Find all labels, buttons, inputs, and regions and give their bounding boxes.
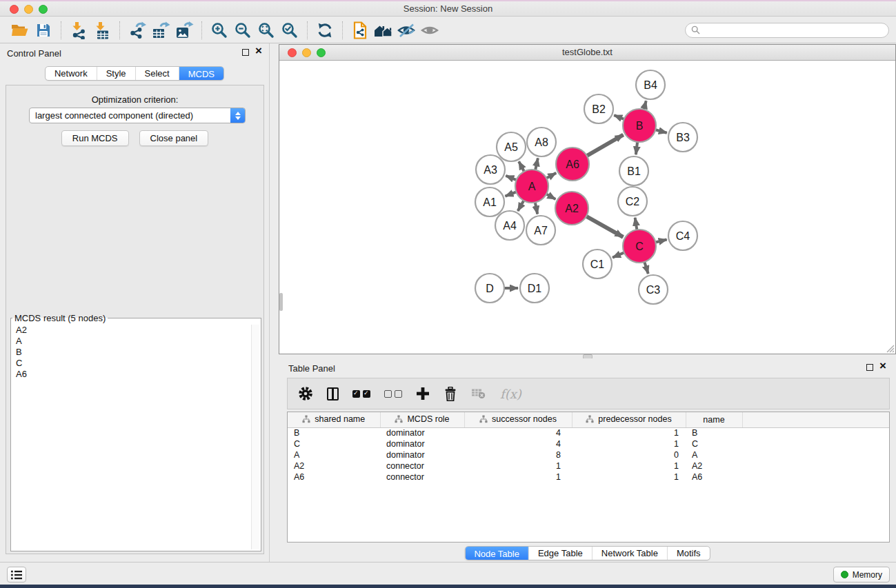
tab-select[interactable]: Select [135, 67, 179, 80]
tab-motifs[interactable]: Motifs [667, 547, 710, 560]
graph-node-A7[interactable]: A7 [526, 216, 555, 245]
zoom-in-button[interactable] [208, 19, 231, 41]
tab-network-table[interactable]: Network Table [592, 547, 667, 560]
graph-node-A6[interactable]: A6 [556, 148, 589, 181]
graph-edge[interactable] [546, 173, 556, 179]
table-cell[interactable]: 4 [464, 427, 572, 438]
float-panel-icon[interactable] [242, 49, 249, 56]
table-cell[interactable]: 1 [572, 438, 686, 449]
canvas-vertical-scrollbar[interactable] [279, 293, 283, 311]
graph-node-C3[interactable]: C3 [639, 275, 668, 304]
mcds-result-item[interactable]: A6 [12, 369, 250, 380]
graph-node-D1[interactable]: D1 [520, 274, 549, 303]
mcds-result-item[interactable]: A [12, 336, 250, 347]
table-cell[interactable]: 1 [464, 460, 572, 472]
graph-edge[interactable] [587, 134, 624, 156]
graph-node-B3[interactable]: B3 [668, 123, 697, 152]
network-close-button[interactable] [288, 48, 297, 57]
table-cell[interactable]: dominator [380, 438, 464, 449]
close-window-button[interactable] [10, 5, 19, 14]
tab-node-table[interactable]: Node Table [465, 546, 528, 560]
graph-edge[interactable] [518, 201, 524, 211]
graph-node-A[interactable]: A [515, 170, 548, 203]
graph-node-D[interactable]: D [475, 274, 504, 303]
table-cell[interactable]: A6 [686, 472, 742, 483]
graph-edge[interactable] [613, 252, 624, 257]
delete-table-button[interactable] [471, 388, 486, 399]
graph-edge[interactable] [519, 161, 524, 172]
table-row[interactable]: A2connector11A2 [288, 460, 889, 472]
import-network-button[interactable] [67, 19, 90, 41]
hide-selected-button[interactable] [395, 19, 419, 41]
graph-node-B4[interactable]: B4 [636, 70, 665, 99]
column-header-predecessor-nodes[interactable]: predecessor nodes [572, 412, 686, 427]
zoom-out-button[interactable] [231, 19, 255, 41]
resize-grip-icon[interactable] [885, 343, 895, 353]
export-table-button[interactable] [149, 19, 172, 41]
table-cell[interactable]: B [288, 427, 380, 438]
search-input[interactable] [704, 26, 883, 35]
graph-node-C1[interactable]: C1 [583, 250, 612, 278]
graph-node-C4[interactable]: C4 [668, 221, 697, 250]
search-box[interactable] [685, 23, 889, 38]
graph-edge[interactable] [535, 158, 538, 170]
graph-node-C2[interactable]: C2 [618, 187, 647, 216]
graph-edge[interactable] [586, 216, 624, 237]
graph-edge[interactable] [644, 101, 646, 110]
graph-edge[interactable] [655, 130, 667, 132]
graph-edge[interactable] [535, 203, 537, 214]
float-table-panel-icon[interactable] [866, 364, 873, 371]
show-columns-button[interactable] [327, 387, 339, 401]
table-cell[interactable]: A6 [288, 472, 380, 483]
optimization-criterion-select[interactable]: largest connected component (directed) [29, 108, 246, 123]
table-cell[interactable]: C [686, 438, 742, 449]
new-network-button[interactable] [348, 19, 372, 41]
graph-node-A1[interactable]: A1 [475, 187, 504, 216]
select-all-button[interactable] [352, 390, 370, 398]
delete-column-button[interactable] [444, 387, 457, 401]
deselect-all-button[interactable] [384, 390, 402, 398]
table-cell[interactable]: A2 [288, 460, 380, 472]
graph-edge[interactable] [644, 262, 648, 274]
zoom-selected-button[interactable] [278, 19, 301, 41]
network-minimize-button[interactable] [302, 48, 311, 57]
graph-node-A8[interactable]: A8 [527, 128, 556, 156]
table-row[interactable]: A6connector11A6 [288, 472, 889, 483]
graph-edge[interactable] [505, 192, 516, 196]
network-zoom-button[interactable] [317, 48, 326, 57]
graph-edge[interactable] [506, 176, 516, 180]
table-cell[interactable]: 0 [572, 449, 686, 460]
table-cell[interactable]: 1 [464, 472, 572, 483]
network-canvas[interactable]: AA1A2A3A4A5A6A7A8BB1B2B3B4CC1C2C3C4DD1 [279, 61, 895, 354]
close-table-panel-icon[interactable] [879, 363, 888, 372]
tab-style[interactable]: Style [97, 67, 135, 80]
result-scrollbar[interactable] [251, 325, 259, 549]
table-cell[interactable]: 1 [572, 460, 686, 472]
function-builder-button[interactable]: f(x) [500, 387, 521, 401]
graph-node-C[interactable]: C [623, 230, 656, 263]
network-graph[interactable]: AA1A2A3A4A5A6A7A8BB1B2B3B4CC1C2C3C4DD1 [279, 61, 895, 354]
open-session-button[interactable] [8, 19, 32, 41]
table-settings-button[interactable] [298, 386, 313, 401]
table-cell[interactable]: 1 [572, 472, 686, 483]
mcds-result-item[interactable]: A2 [12, 325, 250, 336]
table-cell[interactable]: dominator [380, 427, 464, 438]
add-column-button[interactable] [416, 387, 430, 401]
tab-edge-table[interactable]: Edge Table [528, 547, 592, 560]
table-cell[interactable]: 1 [572, 427, 686, 438]
table-cell[interactable]: dominator [380, 449, 464, 460]
table-cell[interactable]: B [686, 427, 742, 438]
graph-node-A2[interactable]: A2 [555, 192, 588, 225]
export-network-button[interactable] [126, 19, 149, 41]
graph-edge[interactable] [546, 194, 555, 199]
table-row[interactable]: Adominator80A [288, 449, 889, 460]
tab-network[interactable]: Network [46, 67, 97, 80]
import-table-button[interactable] [90, 19, 114, 41]
export-image-button[interactable] [172, 19, 196, 41]
zoom-fit-button[interactable] [255, 19, 278, 41]
table-cell[interactable]: 4 [464, 438, 572, 449]
table-row[interactable]: Bdominator41B [288, 427, 889, 438]
graph-node-B[interactable]: B [623, 109, 656, 142]
graph-node-B1[interactable]: B1 [619, 156, 648, 185]
close-panel-icon[interactable] [255, 48, 263, 57]
